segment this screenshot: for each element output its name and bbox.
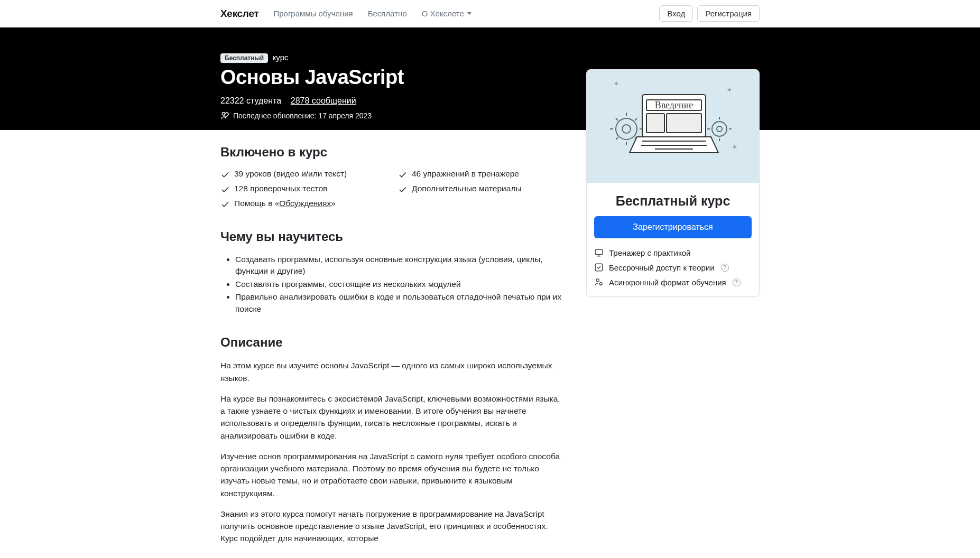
info-icon[interactable]: ? — [733, 278, 741, 286]
learn-item: Создавать программы, используя основные … — [235, 254, 565, 277]
register-button[interactable]: Регистрация — [697, 5, 760, 22]
hero: Бесплатный курс Основы JavaScript 22322 … — [0, 27, 980, 130]
description-paragraph: Знания из этого курса помогут начать пог… — [220, 508, 565, 545]
svg-point-17 — [600, 283, 603, 285]
included-text: 46 упражнений в тренажере — [412, 169, 519, 179]
check-icon — [398, 170, 408, 180]
feature-item: Бессрочный доступ к теории ? — [594, 263, 752, 272]
login-button[interactable]: Вход — [659, 5, 693, 22]
check-square-icon — [594, 263, 604, 272]
feature-text: Тренажер с практикой — [609, 248, 690, 257]
person-edit-icon — [220, 111, 230, 120]
learn-item: Правильно анализировать ошибки в коде и … — [235, 291, 565, 315]
description-paragraph: На этом курсе вы изучите основы JavaScri… — [220, 359, 565, 384]
laptop-illustration-icon: Введение — [604, 79, 742, 174]
included-item: 46 упражнений в тренажере — [398, 169, 565, 180]
course-card: ✦ ✦ ✦ — [586, 69, 760, 297]
description-paragraph: На курсе вы познакомитесь с экосистемой … — [220, 393, 565, 442]
included-text: 128 проверочных тестов — [234, 184, 327, 193]
info-icon[interactable]: ? — [721, 264, 729, 272]
last-updated: Последнее обновление: 17 апреля 2023 — [233, 111, 372, 120]
signup-button[interactable]: Зарегистрироваться — [594, 216, 752, 238]
description-paragraph: Изучение основ программирования на JavaS… — [220, 450, 565, 499]
chevron-down-icon — [467, 12, 471, 15]
check-icon — [220, 185, 230, 194]
included-item: Помощь в «Обсуждениях» — [220, 199, 387, 209]
monitor-icon — [594, 248, 604, 257]
check-icon — [398, 185, 408, 194]
nav-link-free[interactable]: Бесплатно — [368, 9, 407, 18]
card-title: Бесплатный курс — [594, 193, 752, 209]
illustration-label: Введение — [655, 100, 694, 110]
included-item: 128 проверочных тестов — [220, 184, 387, 194]
nav-link-about-label: О Хекслете — [422, 9, 464, 18]
discussions-link[interactable]: Обсуждениях — [279, 199, 331, 208]
feature-text: Бессрочный доступ к теории — [609, 263, 715, 272]
students-count: 22322 студента — [220, 96, 281, 105]
check-icon — [220, 200, 230, 209]
svg-rect-8 — [667, 114, 701, 133]
sidebar: ✦ ✦ ✦ — [586, 69, 760, 297]
description: На этом курсе вы изучите основы JavaScri… — [220, 359, 565, 544]
included-text: Дополнительные материалы — [412, 184, 522, 193]
course-illustration: ✦ ✦ ✦ — [587, 70, 759, 183]
hero-type: курс — [273, 53, 289, 62]
included-item: Дополнительные материалы — [398, 184, 565, 194]
learn-item: Составлять программы, состоящие из неско… — [235, 278, 565, 290]
feature-item: Тренажер с практикой — [594, 248, 752, 257]
included-grid: 39 уроков (видео и/или текст) 128 провер… — [220, 169, 565, 209]
learn-list: Создавать программы, используя основные … — [220, 254, 565, 315]
included-item: 39 уроков (видео и/или текст) — [220, 169, 387, 180]
nav-link-about[interactable]: О Хекслете — [422, 9, 471, 18]
feature-text: Асинхронный формат обучения — [609, 278, 726, 287]
topbar: Хекслет Программы обучения Бесплатно О Х… — [0, 0, 980, 27]
svg-point-1 — [616, 118, 637, 140]
included-text: » — [331, 199, 336, 208]
person-gear-icon — [594, 277, 604, 287]
svg-point-3 — [712, 122, 727, 136]
included-text: 39 уроков (видео и/или текст) — [234, 169, 347, 179]
svg-point-4 — [717, 126, 722, 132]
svg-rect-12 — [595, 249, 603, 255]
nav-link-programs[interactable]: Программы обучения — [273, 9, 353, 18]
svg-point-16 — [596, 279, 599, 282]
svg-rect-15 — [595, 264, 603, 271]
logo[interactable]: Хекслет — [220, 8, 258, 20]
check-icon — [220, 170, 230, 180]
included-text: Помощь в « — [234, 199, 279, 208]
messages-link[interactable]: 2878 сообщений — [291, 96, 356, 105]
badge-free: Бесплатный — [220, 53, 268, 63]
section-title-description: Описание — [220, 335, 565, 350]
section-title-learn: Чему вы научитесь — [220, 229, 565, 244]
svg-rect-7 — [646, 114, 664, 133]
feature-item: Асинхронный формат обучения ? — [594, 277, 752, 287]
svg-point-2 — [622, 125, 631, 133]
section-title-included: Включено в курс — [220, 145, 565, 160]
